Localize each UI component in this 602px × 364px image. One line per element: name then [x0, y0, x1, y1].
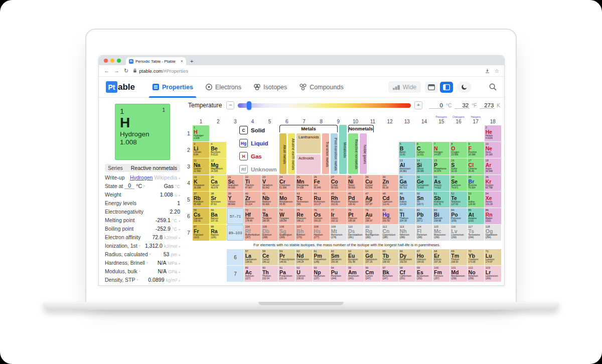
- element-cell-Bi[interactable]: 83BiBismuth208.98: [433, 208, 449, 224]
- category-bar-transition-metals[interactable]: Transition metals: [322, 133, 329, 174]
- element-cell-F[interactable]: 9FFluorine18.998: [468, 142, 484, 158]
- element-cell-Na[interactable]: 11NaSodium22.990: [193, 158, 209, 174]
- element-cell-W[interactable]: 74WTungsten183.84: [278, 208, 295, 224]
- window-zoom-button[interactable]: [117, 59, 121, 63]
- element-cell-Mc[interactable]: 115McMoscovium(290): [433, 225, 449, 241]
- element-cell-No[interactable]: 102NoNobelium(259): [468, 266, 484, 282]
- element-cell-Cn[interactable]: 112CnCopernicium(285): [381, 225, 398, 241]
- element-cell-U[interactable]: 92UUranium238.03: [295, 266, 312, 282]
- element-cell-Ta[interactable]: 73TaTantalum180.95: [261, 208, 278, 224]
- element-cell-Sg[interactable]: 106SgSeaborgium(269): [278, 225, 295, 241]
- temperature-minus-button[interactable]: −: [226, 101, 234, 109]
- element-cell-Hf[interactable]: 72HfHafnium178.49: [244, 208, 261, 224]
- element-cell-Yb[interactable]: 70YbYtterbium173.05: [468, 249, 484, 265]
- chevron-down-icon[interactable]: ▾: [179, 279, 180, 282]
- element-cell-Cf[interactable]: 98CfCalifornium(251): [399, 266, 415, 282]
- element-cell-Ts[interactable]: 117TsTennessine(294): [468, 225, 484, 241]
- category-bar-alkaline-earth-metals[interactable]: Alkaline earth metals: [288, 133, 295, 174]
- nav-tab-compounds[interactable]: Compounds: [293, 77, 349, 98]
- element-cell-Nh[interactable]: 113NhNihonium(286): [399, 225, 415, 241]
- element-cell-Bk[interactable]: 97BkBerkelium(247): [381, 266, 398, 282]
- element-cell-Mg[interactable]: 12MgMagnesium24.305: [210, 158, 226, 174]
- element-cell-Th[interactable]: 90ThThorium232.04: [261, 266, 278, 282]
- element-cell-Cm[interactable]: 96CmCurium(247): [364, 266, 381, 282]
- element-cell-Au[interactable]: 79AuGold196.97: [364, 208, 381, 224]
- element-cell-Pb[interactable]: 82PbLead207.2: [416, 208, 432, 224]
- forward-icon[interactable]: →: [114, 68, 119, 74]
- element-cell-Ni[interactable]: 28NiNickel58.693: [347, 175, 364, 191]
- browser-tab[interactable]: Pt Periodic Table - Ptable ×: [126, 57, 186, 65]
- property-unit[interactable]: u: [175, 193, 177, 198]
- element-cell-Ru[interactable]: 44RuRuthenium101.07: [313, 192, 330, 208]
- property-unit[interactable]: °C: [172, 218, 177, 223]
- element-cell-Md[interactable]: 101MdMendelevium(258): [450, 266, 467, 282]
- category-bar-post-transition-metals[interactable]: Post-transition metals: [331, 133, 338, 174]
- wide-toggle-button[interactable]: Wide: [388, 81, 421, 93]
- element-cell-Es[interactable]: 99EsEinsteinium(252): [416, 266, 432, 282]
- window-minimize-button[interactable]: [110, 59, 114, 63]
- element-cell-Lr[interactable]: 103LrLawrencium(266): [485, 266, 501, 282]
- property-unit[interactable]: kJ/mol: [164, 235, 177, 240]
- element-cell-Xe[interactable]: 54XeXenon131.29: [485, 192, 501, 208]
- element-cell-Er[interactable]: 68ErErbium167.26: [433, 249, 449, 265]
- element-cell-Re[interactable]: 75ReRhenium186.21: [295, 208, 312, 224]
- chevron-down-icon[interactable]: ▾: [179, 262, 180, 265]
- element-cell-He[interactable]: 2HeHelium4.0026: [485, 125, 501, 141]
- element-cell-Ca[interactable]: 20CaCalcium40.078: [210, 175, 226, 191]
- element-cell-Rf[interactable]: 104RfRutherfordium(267): [244, 225, 261, 241]
- element-cell-C[interactable]: 6CCarbon12.011: [416, 142, 432, 158]
- chevron-down-icon[interactable]: ▾: [179, 254, 180, 257]
- chevron-down-icon[interactable]: ▾: [179, 220, 180, 223]
- chevron-down-icon[interactable]: ▾: [146, 261, 148, 264]
- state-legend-item-liquid[interactable]: HgLiquid: [239, 139, 277, 147]
- element-cell-Nb[interactable]: 41NbNiobium92.906: [261, 192, 278, 208]
- element-cell-As[interactable]: 33AsArsenic74.922: [433, 175, 449, 191]
- element-cell-Fm[interactable]: 100FmFermium(257): [433, 266, 449, 282]
- element-cell-In[interactable]: 49InIndium114.82: [399, 192, 415, 208]
- back-icon[interactable]: ←: [104, 68, 109, 74]
- element-cell-Og[interactable]: 118OgOganesson(294): [485, 225, 501, 241]
- chevron-down-icon[interactable]: ▾: [139, 244, 140, 247]
- temperature-plus-button[interactable]: +: [414, 101, 422, 109]
- element-cell-Mn[interactable]: 25MnManganese54.938: [295, 175, 312, 191]
- nav-tab-electrons[interactable]: Electrons: [199, 77, 247, 98]
- element-cell-Po[interactable]: 84PoPolonium(209): [450, 208, 467, 224]
- element-cell-Tb[interactable]: 65TbTerbium158.93: [381, 249, 398, 265]
- dark-mode-button[interactable]: [457, 82, 472, 93]
- window-close-button[interactable]: [104, 59, 108, 63]
- ptable-logo[interactable]: Ptable: [106, 81, 135, 93]
- chevron-down-icon[interactable]: ▾: [179, 245, 180, 248]
- element-cell-Zn[interactable]: 30ZnZinc65.38: [381, 175, 398, 191]
- element-cell-Sn[interactable]: 50SnTin118.71: [416, 192, 432, 208]
- property-unit[interactable]: kJ/mol: [164, 244, 177, 249]
- element-cell-Cl[interactable]: 17ClChlorine35.45: [468, 158, 484, 174]
- celsius-input[interactable]: 0: [429, 102, 444, 109]
- element-cell-Lv[interactable]: 116LvLivermorium(293): [450, 225, 467, 241]
- element-cell-Br[interactable]: 35BrBromine79.904: [468, 175, 484, 191]
- element-cell-Sr[interactable]: 38SrStrontium87.62: [210, 192, 226, 208]
- element-cell-Ba[interactable]: 56BaBarium137.33: [210, 208, 226, 224]
- element-cell-Fe[interactable]: 26FeIron55.845: [313, 175, 330, 191]
- element-cell-P[interactable]: 15PPhosphorus30.974: [433, 158, 449, 174]
- property-unit[interactable]: °C: [172, 227, 177, 232]
- element-cell-Ga[interactable]: 31GaGallium69.723: [399, 175, 415, 191]
- element-cell-Eu[interactable]: 63EuEuropium151.96: [347, 249, 364, 265]
- state-legend-item-gas[interactable]: HGas: [239, 152, 277, 160]
- property-unit[interactable]: pm: [171, 252, 177, 257]
- property-label[interactable]: Density, STP▾: [105, 277, 138, 283]
- element-cell-Zr[interactable]: 40ZrZirconium91.224: [244, 192, 261, 208]
- element-cell-Fr[interactable]: 87FrFrancium(223): [193, 225, 209, 241]
- element-cell-S[interactable]: 16SSulfur32.06: [450, 158, 467, 174]
- reload-icon[interactable]: ↻: [124, 68, 128, 74]
- element-cell-K[interactable]: 19KPotassium39.098: [193, 175, 209, 191]
- nav-tab-properties[interactable]: Properties: [146, 77, 199, 98]
- search-button[interactable]: [489, 83, 497, 91]
- chevron-down-icon[interactable]: ▾: [149, 253, 151, 256]
- element-cell-Pa[interactable]: 91PaProtactinium231.04: [278, 266, 295, 282]
- category-bar-alkali-metals[interactable]: Alkali metals: [279, 133, 286, 174]
- element-cell-La[interactable]: 57LaLanthanum138.91: [244, 249, 261, 265]
- element-cell-Ne[interactable]: 10NeNeon20.180: [485, 142, 501, 158]
- element-cell-Si[interactable]: 14SiSilicon28.085: [416, 158, 432, 174]
- chevron-down-icon[interactable]: ▾: [179, 237, 180, 240]
- property-label[interactable]: Modulus, bulk▾: [105, 268, 140, 274]
